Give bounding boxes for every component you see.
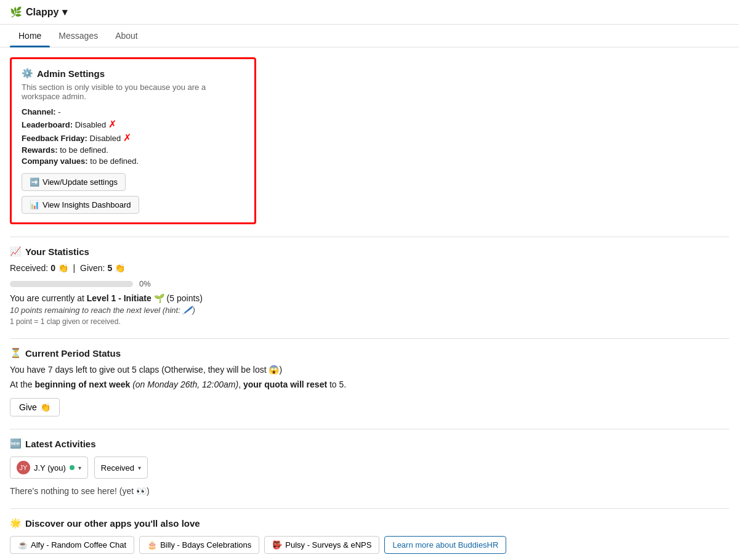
user-avatar: JY <box>17 461 30 474</box>
alfy-label: Alfy - Random Coffee Chat <box>31 540 126 550</box>
admin-settings-icon: ⚙️ <box>22 68 33 79</box>
given-value: 5 <box>107 263 112 273</box>
progress-container: 0% <box>10 279 729 288</box>
period-quota-bold: your quota will reset <box>243 379 327 389</box>
company-values-value: to be defined. <box>90 156 139 166</box>
rewards-value: to be defined. <box>60 145 108 155</box>
dashboard-icon: 📊 <box>30 200 39 209</box>
apps-row: ☕ Alfy - Random Coffee Chat 🎂 Billy - Bd… <box>10 536 729 554</box>
activities-empty-text: There's nothing to see here! (yet 👀) <box>10 486 729 496</box>
buddieshr-learn-more-button[interactable]: Learn more about BuddiesHR <box>384 536 506 554</box>
leaderboard-row: Leaderboard: Disabled ✗ <box>22 118 244 130</box>
admin-settings-title: ⚙️ Admin Settings <box>22 68 244 79</box>
give-button[interactable]: Give 👏 <box>10 398 60 416</box>
nav-home[interactable]: Home <box>10 25 50 47</box>
admin-settings-panel: ⚙️ Admin Settings This section is only v… <box>10 57 256 224</box>
stats-icon: 📈 <box>10 246 22 257</box>
stats-divider <box>10 237 729 237</box>
progress-bar-background <box>10 281 133 287</box>
online-dot <box>70 465 75 470</box>
discover-icon: 🌟 <box>10 517 22 529</box>
current-period-section: ⏳ Current Period Status You have 7 days … <box>10 347 729 416</box>
buddieshr-label: Learn more about BuddiesHR <box>392 540 498 550</box>
header: 🌿 Clappy ▾ <box>0 0 739 25</box>
separator: | <box>71 263 80 273</box>
activities-icon: 🆕 <box>10 438 22 449</box>
stats-level: You are currently at Level 1 - Initiate … <box>10 293 729 303</box>
rewards-label: Rewards: <box>22 145 58 155</box>
rewards-row: Rewards: to be defined. <box>22 145 244 155</box>
admin-buttons: ➡️ View/Update settings 📊 View Insights … <box>22 173 244 214</box>
app-logo[interactable]: 🌿 Clappy ▾ <box>10 6 67 18</box>
period-days-text: You have 7 days left to give out 5 claps… <box>10 365 729 375</box>
nav-about[interactable]: About <box>107 25 147 47</box>
give-icon: 👏 <box>40 402 50 412</box>
view-update-settings-button[interactable]: ➡️ View/Update settings <box>22 173 126 191</box>
type-filter-label: Received <box>101 463 134 473</box>
filter-row: JY J.Y (you) ▾ Received ▾ <box>10 457 729 479</box>
period-italic: (on Monday 26th, 12:00am) <box>132 379 238 389</box>
activities-title: 🆕 Latest Activities <box>10 438 729 449</box>
logo-icon: 🌿 <box>10 6 22 18</box>
received-label: Received: <box>10 263 50 273</box>
leaderboard-cross: ✗ <box>108 119 116 129</box>
feedback-cross: ✗ <box>123 132 131 143</box>
discover-section: 🌟 Discover our other apps you'll also lo… <box>10 517 729 554</box>
stats-hint: 10 points remaining to reach the next le… <box>10 306 729 315</box>
user-filter-chevron: ▾ <box>78 465 81 471</box>
feedback-value: Disabled <box>90 134 123 143</box>
given-clap: 👏 <box>115 263 125 273</box>
pulsy-icon: 👺 <box>272 540 282 550</box>
discover-title: 🌟 Discover our other apps you'll also lo… <box>10 517 729 529</box>
your-statistics-section: 📈 Your Statistics Received: 0 👏 | Given:… <box>10 246 729 326</box>
channel-row: Channel: - <box>22 107 244 116</box>
app-name: Clappy <box>26 7 59 18</box>
view-insights-dashboard-button[interactable]: 📊 View Insights Dashboard <box>22 196 139 214</box>
stats-note: 1 point = 1 clap given or received. <box>10 317 729 326</box>
admin-info: Channel: - Leaderboard: Disabled ✗ Feedb… <box>22 107 244 166</box>
company-values-row: Company values: to be defined. <box>22 156 244 166</box>
type-filter-chevron: ▾ <box>138 465 141 471</box>
level-name: Level 1 - Initiate <box>87 293 151 303</box>
nav-messages[interactable]: Messages <box>50 25 107 47</box>
period-bold: beginning of next week <box>34 379 130 389</box>
period-reset-text: At the beginning of next week (on Monday… <box>10 379 729 389</box>
main-content: ⚙️ Admin Settings This section is only v… <box>0 47 739 560</box>
pulsy-app-button[interactable]: 👺 Pulsy - Surveys & eNPS <box>264 536 379 554</box>
pulsy-label: Pulsy - Surveys & eNPS <box>285 540 371 550</box>
alfy-app-button[interactable]: ☕ Alfy - Random Coffee Chat <box>10 536 134 554</box>
update-icon: ➡️ <box>30 177 39 187</box>
received-clap: 👏 <box>58 263 68 273</box>
admin-subtitle: This section is only visible to you beca… <box>22 83 244 101</box>
progress-percent: 0% <box>139 279 151 288</box>
user-filter-dropdown[interactable]: JY J.Y (you) ▾ <box>10 457 88 479</box>
channel-value: - <box>58 107 60 116</box>
user-filter-label: J.Y (you) <box>34 463 66 473</box>
type-filter-dropdown[interactable]: Received ▾ <box>94 457 148 479</box>
period-icon: ⏳ <box>10 347 22 359</box>
billy-app-button[interactable]: 🎂 Billy - Bdays Celebrations <box>139 536 259 554</box>
alfy-icon: ☕ <box>18 540 28 550</box>
given-label: Given: <box>80 263 107 273</box>
activities-divider <box>10 429 729 429</box>
discover-divider <box>10 508 729 509</box>
period-title: ⏳ Current Period Status <box>10 347 729 359</box>
received-value: 0 <box>50 263 55 273</box>
company-values-label: Company values: <box>22 156 88 166</box>
period-divider <box>10 338 729 339</box>
logo-chevron: ▾ <box>62 6 67 18</box>
channel-label: Channel: <box>22 107 56 116</box>
billy-icon: 🎂 <box>147 540 157 550</box>
give-label: Give <box>19 402 37 412</box>
billy-label: Billy - Bdays Celebrations <box>160 540 251 550</box>
latest-activities-section: 🆕 Latest Activities JY J.Y (you) ▾ Recei… <box>10 438 729 496</box>
stats-received-given: Received: 0 👏 | Given: 5 👏 <box>10 263 729 273</box>
stats-title: 📈 Your Statistics <box>10 246 729 257</box>
feedback-row: Feedback Friday: Disabled ✗ <box>22 132 244 144</box>
leaderboard-value: Disabled <box>75 120 108 129</box>
leaderboard-label: Leaderboard: <box>22 120 73 129</box>
main-nav: Home Messages About <box>0 25 739 47</box>
feedback-label: Feedback Friday: <box>22 134 87 143</box>
